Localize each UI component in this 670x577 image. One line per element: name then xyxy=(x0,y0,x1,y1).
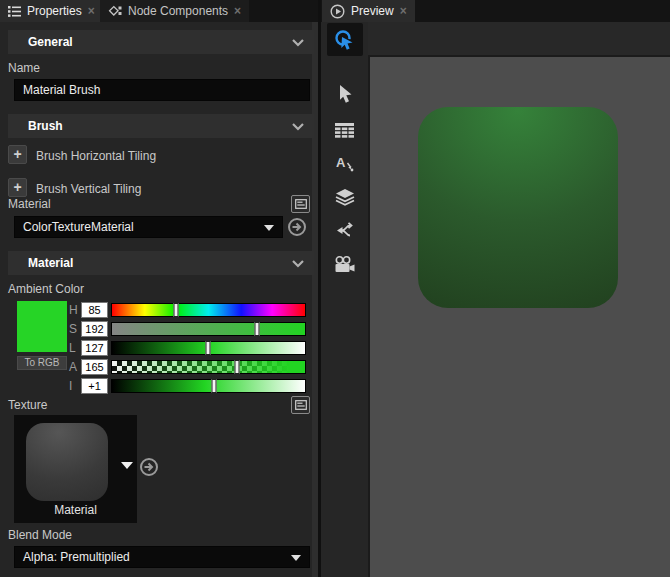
text-tool-button[interactable]: A xyxy=(321,151,368,175)
intensity-value-field[interactable]: +1 xyxy=(81,378,108,394)
chevron-down-icon xyxy=(291,555,301,561)
select-tool-button[interactable] xyxy=(321,83,368,107)
goto-arrow-icon xyxy=(287,217,307,237)
hue-value-field[interactable]: 85 xyxy=(81,302,108,318)
tab-preview-label: Preview xyxy=(351,4,394,18)
alpha-slider-handle[interactable] xyxy=(234,360,239,374)
list-icon xyxy=(8,6,21,17)
alpha-channel-label: A xyxy=(69,360,79,374)
tab-properties[interactable]: Properties × xyxy=(0,0,103,22)
camera-tool-button[interactable] xyxy=(321,252,368,276)
close-icon[interactable]: × xyxy=(234,5,241,17)
intensity-channel-label: I xyxy=(69,379,79,393)
saturation-slider-handle[interactable] xyxy=(255,322,260,336)
saturation-value-field[interactable]: 192 xyxy=(81,321,108,337)
section-general[interactable]: General xyxy=(8,30,314,54)
lightness-slider-handle[interactable] xyxy=(206,341,211,355)
preview-toolbar: A xyxy=(321,22,368,577)
section-material[interactable]: Material xyxy=(8,251,314,275)
lightness-channel-row: L 127 xyxy=(69,340,309,356)
to-rgb-button[interactable]: To RGB xyxy=(17,356,67,370)
camera-icon xyxy=(334,256,355,273)
hue-channel-row: H 85 xyxy=(69,302,309,318)
chevron-down-icon[interactable] xyxy=(121,462,133,469)
preview-brush-object[interactable] xyxy=(418,107,618,308)
hue-slider-handle[interactable] xyxy=(174,303,179,317)
name-label: Name xyxy=(8,61,40,75)
connection-icon xyxy=(335,222,354,239)
property-editor-icon xyxy=(295,400,307,410)
goto-texture-button[interactable] xyxy=(139,457,159,477)
saturation-slider[interactable] xyxy=(111,322,306,336)
goto-material-button[interactable] xyxy=(287,217,307,237)
section-brush[interactable]: Brush xyxy=(8,114,314,138)
saturation-channel-label: S xyxy=(69,322,79,336)
texture-thumbnail[interactable] xyxy=(26,423,108,501)
color-swatch[interactable] xyxy=(17,301,67,352)
layers-icon xyxy=(335,189,355,206)
goto-arrow-icon xyxy=(139,457,159,477)
brush-horizontal-tiling-label: Brush Horizontal Tiling xyxy=(36,149,156,163)
application-window: Properties × Node Components × Preview ×… xyxy=(0,0,670,577)
intensity-channel-row: I +1 xyxy=(69,378,309,394)
section-brush-label: Brush xyxy=(28,119,63,133)
section-general-label: General xyxy=(28,35,73,49)
close-icon[interactable]: × xyxy=(400,5,407,17)
close-icon[interactable]: × xyxy=(88,5,95,17)
property-editor-icon xyxy=(295,199,307,209)
interact-cursor-icon xyxy=(333,29,356,52)
add-brush-horizontal-tiling-button[interactable]: + xyxy=(8,145,27,164)
texture-label: Texture xyxy=(8,398,47,412)
material-label: Material xyxy=(8,197,51,211)
connection-tool-button[interactable] xyxy=(321,218,368,242)
node-components-icon xyxy=(108,5,122,17)
material-dropdown-value: ColorTextureMaterial xyxy=(23,220,134,234)
saturation-channel-row: S 192 xyxy=(69,321,309,337)
tab-node-components-label: Node Components xyxy=(128,4,228,18)
hue-channel-label: H xyxy=(69,303,79,317)
material-editor-button[interactable] xyxy=(291,195,310,213)
alpha-channel-row: A 165 xyxy=(69,359,309,375)
text-analyze-icon: A xyxy=(335,154,354,172)
grid-tool-button[interactable] xyxy=(321,118,368,142)
alpha-value-field[interactable]: 165 xyxy=(81,359,108,375)
tab-preview[interactable]: Preview × xyxy=(322,0,415,22)
svg-text:A: A xyxy=(336,155,346,170)
chevron-down-icon xyxy=(292,123,304,131)
chevron-down-icon xyxy=(292,260,304,268)
interact-tool-button[interactable] xyxy=(321,28,368,52)
blend-mode-dropdown[interactable]: Alpha: Premultiplied xyxy=(14,546,310,568)
name-field[interactable]: Material Brush xyxy=(14,79,310,101)
layers-tool-button[interactable] xyxy=(321,185,368,209)
hue-slider[interactable] xyxy=(111,303,306,317)
chevron-down-icon xyxy=(264,225,274,231)
chevron-down-icon xyxy=(292,39,304,47)
blend-mode-value: Alpha: Premultiplied xyxy=(23,550,130,564)
add-brush-vertical-tiling-button[interactable]: + xyxy=(8,178,27,197)
texture-name: Material xyxy=(14,503,137,517)
tab-bar: Properties × Node Components × Preview × xyxy=(0,0,670,22)
play-circle-icon xyxy=(330,4,345,19)
intensity-slider-handle[interactable] xyxy=(212,379,217,393)
preview-viewport[interactable] xyxy=(368,55,670,577)
texture-selector[interactable]: Material xyxy=(14,415,137,523)
brush-vertical-tiling-label: Brush Vertical Tiling xyxy=(36,182,141,196)
preview-top-strip xyxy=(368,22,670,57)
lightness-value-field[interactable]: 127 xyxy=(81,340,108,356)
select-cursor-icon xyxy=(335,84,355,106)
section-material-label: Material xyxy=(28,256,73,270)
blend-mode-label: Blend Mode xyxy=(8,528,72,542)
intensity-slider[interactable] xyxy=(111,379,306,393)
grid-icon xyxy=(335,123,354,138)
hsla-channel-editor: H 85 S 192 L 127 A 165 xyxy=(69,302,309,394)
tab-properties-label: Properties xyxy=(27,4,82,18)
texture-editor-button[interactable] xyxy=(291,396,310,414)
lightness-channel-label: L xyxy=(69,341,79,355)
ambient-color-label: Ambient Color xyxy=(8,282,84,296)
material-dropdown[interactable]: ColorTextureMaterial xyxy=(14,216,283,238)
lightness-slider[interactable] xyxy=(111,341,306,355)
tab-node-components[interactable]: Node Components × xyxy=(100,0,249,22)
alpha-slider[interactable] xyxy=(111,360,306,374)
